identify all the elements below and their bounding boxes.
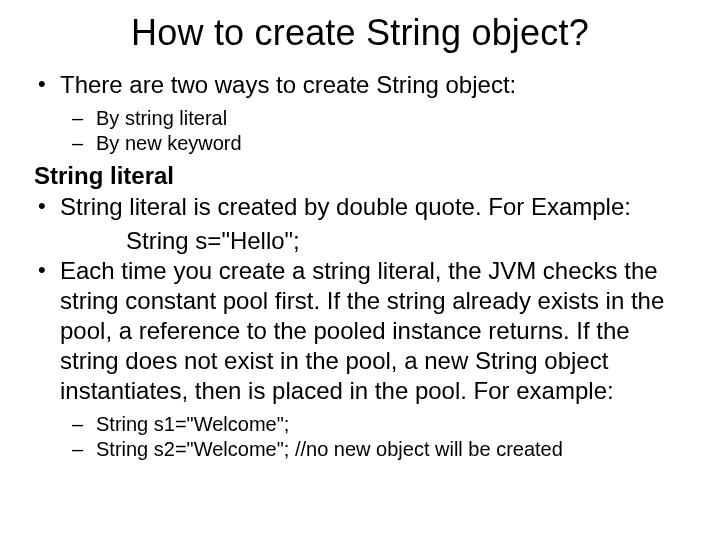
example-s2: String s2="Welcome"; //no new object wil…	[30, 437, 690, 462]
pool-explanation: Each time you create a string literal, t…	[30, 256, 690, 406]
examples-list: String s1="Welcome"; String s2="Welcome"…	[30, 412, 690, 462]
section-heading: String literal	[30, 162, 690, 190]
literal-definition: String literal is created by double quot…	[30, 192, 690, 222]
ways-list: By string literal By new keyword	[30, 106, 690, 156]
intro-bullet: There are two ways to create String obje…	[30, 70, 690, 100]
way-new-keyword: By new keyword	[30, 131, 690, 156]
example-s1: String s1="Welcome";	[30, 412, 690, 437]
slide-title: How to create String object?	[30, 12, 690, 54]
literal-list: String literal is created by double quot…	[30, 192, 690, 222]
content-list: There are two ways to create String obje…	[30, 70, 690, 100]
way-literal: By string literal	[30, 106, 690, 131]
code-example: String s="Hello";	[30, 226, 690, 256]
pool-list: Each time you create a string literal, t…	[30, 256, 690, 406]
